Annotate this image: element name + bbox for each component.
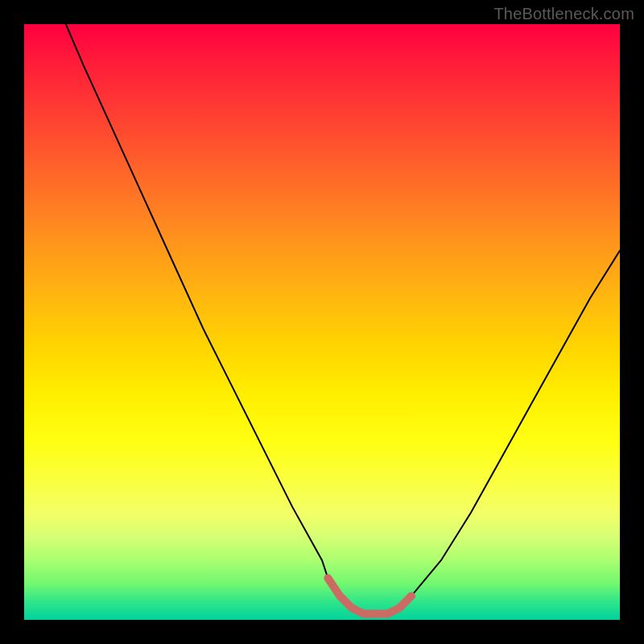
bottleneck-curve: [66, 24, 620, 614]
curve-svg: [24, 24, 620, 620]
chart-frame: TheBottleneck.com: [0, 0, 644, 644]
plot-area: [24, 24, 620, 620]
highlight-band: [328, 578, 411, 613]
watermark-text: TheBottleneck.com: [493, 5, 634, 23]
